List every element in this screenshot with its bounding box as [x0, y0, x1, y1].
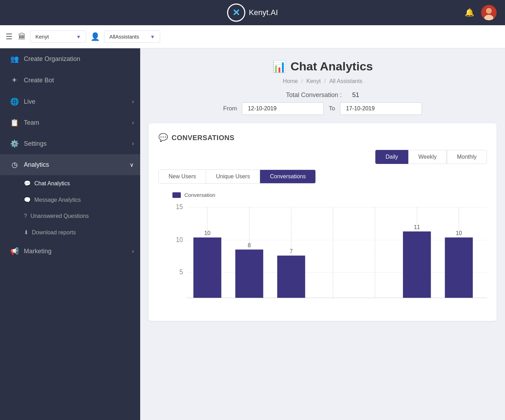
analytics-icon: ◷ [10, 160, 19, 169]
sidebar-label-create-org: Create Organization [24, 55, 80, 63]
date-range: From To [154, 102, 491, 115]
svg-text:8: 8 [248, 242, 251, 249]
org-dropdown[interactable]: Kenyt ▼ [30, 30, 86, 43]
marketing-chevron-icon: › [132, 248, 134, 254]
marketing-icon: 📢 [10, 247, 19, 255]
page-title: 📊 Chat Analytics [154, 60, 491, 73]
conversations-header: 💬 CONVERSATIONS [158, 133, 487, 142]
from-label: From [223, 105, 237, 112]
svg-rect-17 [277, 256, 305, 298]
breadcrumb-home[interactable]: Home [283, 78, 298, 84]
breadcrumb-org[interactable]: Kenyt [306, 78, 321, 84]
svg-text:15: 15 [176, 204, 183, 211]
sidebar-label-settings: Settings [24, 140, 47, 147]
download-icon: ⬇ [24, 229, 28, 236]
stats-row: Total Conversation : 51 [154, 91, 491, 99]
main-content: 📊 Chat Analytics Home / Kenyt / All Assi… [140, 48, 505, 420]
team-icon: 📋 [10, 118, 19, 127]
sidebar-label-message-analytics: Message Analytics [34, 197, 81, 203]
sidebar-item-chat-analytics[interactable]: 💬 Chat Analytics [20, 175, 140, 192]
legend-color-swatch [172, 192, 181, 198]
sidebar-item-create-org[interactable]: 👥 Create Organization [0, 48, 140, 69]
sidebar-item-unanswered[interactable]: ? Unanswered Questions [20, 208, 140, 224]
hamburger-icon[interactable]: ☰ [6, 32, 13, 41]
analytics-chevron-icon: ∨ [130, 161, 134, 168]
subheader: ☰ 🏛 Kenyt ▼ 👤 AllAssistants ▼ [0, 25, 505, 48]
sidebar-item-message-analytics[interactable]: 🗨️ Message Analytics [20, 192, 140, 208]
logo: ✕ Kenyt.AI [227, 4, 278, 22]
svg-rect-14 [235, 249, 263, 298]
filter-tabs: New Users Unique Users Conversations [158, 170, 316, 184]
breadcrumb: Home / Kenyt / All Assistants [154, 78, 491, 84]
sidebar-item-settings[interactable]: ⚙️ Settings › [0, 133, 140, 154]
period-daily-button[interactable]: Daily [375, 150, 408, 164]
svg-text:10: 10 [176, 236, 183, 243]
avatar[interactable] [481, 5, 497, 20]
period-weekly-button[interactable]: Weekly [408, 150, 447, 164]
date-to-input[interactable] [340, 102, 422, 115]
sidebar-label-live: Live [24, 98, 35, 105]
total-label: Total Conversation : [286, 91, 342, 99]
svg-rect-11 [193, 237, 221, 298]
assistant-dropdown[interactable]: AllAssistants ▼ [104, 30, 160, 43]
conversations-card: 💬 CONVERSATIONS Daily Weekly Monthly New… [149, 123, 497, 321]
notification-bell-icon[interactable]: 🔔 [465, 8, 474, 17]
sidebar-item-marketing[interactable]: 📢 Marketing › [0, 241, 140, 262]
assistant-dropdown-value: AllAssistants [109, 34, 139, 40]
sidebar-item-download-reports[interactable]: ⬇ Download reports [20, 224, 140, 241]
sidebar-label-unanswered: Unanswered Questions [30, 213, 89, 219]
sidebar-label-download-reports: Download reports [32, 229, 76, 236]
sidebar-item-team[interactable]: 📋 Team › [0, 112, 140, 133]
chart-legend: Conversation [172, 192, 487, 198]
date-from-input[interactable] [242, 102, 324, 115]
user-icon: 👤 [90, 32, 100, 41]
chat-analytics-icon: 💬 [24, 180, 31, 187]
organization-icon: 🏛 [18, 32, 26, 41]
conversations-header-icon: 💬 [158, 133, 168, 142]
live-chevron-icon: › [132, 98, 134, 105]
svg-text:11: 11 [414, 224, 420, 231]
topbar-right: 🔔 [465, 5, 497, 20]
topbar: ✕ Kenyt.AI 🔔 [0, 0, 505, 25]
message-analytics-icon: 🗨️ [24, 197, 31, 203]
create-bot-icon: + [10, 76, 19, 85]
org-dropdown-value: Kenyt [35, 34, 49, 40]
bar-chart: 15 10 5 10 8 7 [172, 204, 487, 302]
sidebar-label-analytics: Analytics [24, 161, 49, 168]
page-title-text: Chat Analytics [291, 60, 373, 73]
settings-icon: ⚙️ [10, 139, 19, 148]
sidebar-sub-analytics: 💬 Chat Analytics 🗨️ Message Analytics ? … [0, 175, 140, 241]
legend-label: Conversation [184, 192, 215, 198]
page-title-icon: 📊 [272, 60, 286, 73]
settings-chevron-icon: › [132, 140, 134, 147]
breadcrumb-sep1: / [301, 78, 303, 84]
logo-text: Kenyt.AI [249, 8, 278, 17]
chart-area: Conversation 15 10 5 10 [158, 192, 487, 311]
page-header: 📊 Chat Analytics Home / Kenyt / All Assi… [140, 48, 505, 123]
live-icon: 🌐 [10, 97, 19, 106]
period-monthly-button[interactable]: Monthly [447, 150, 487, 164]
filter-tab-unique-users[interactable]: Unique Users [206, 170, 260, 183]
svg-rect-25 [445, 237, 473, 298]
svg-text:5: 5 [179, 268, 183, 276]
unanswered-icon: ? [24, 213, 27, 219]
filter-tab-conversations[interactable]: Conversations [260, 170, 315, 183]
sidebar-item-analytics[interactable]: ◷ Analytics ∨ [0, 154, 140, 175]
total-value: 51 [352, 91, 359, 99]
svg-rect-22 [403, 232, 431, 298]
sidebar-item-create-bot[interactable]: + Create Bot [0, 69, 140, 91]
team-chevron-icon: › [132, 119, 134, 126]
sidebar-label-team: Team [24, 119, 39, 126]
sidebar-label-chat-analytics: Chat Analytics [34, 180, 70, 187]
sidebar: 👥 Create Organization + Create Bot 🌐 Liv… [0, 48, 140, 420]
breadcrumb-page[interactable]: All Assistants [329, 78, 362, 84]
conversations-title: CONVERSATIONS [172, 134, 234, 142]
sidebar-label-marketing: Marketing [24, 248, 52, 255]
sidebar-label-create-bot: Create Bot [24, 77, 54, 84]
sidebar-item-live[interactable]: 🌐 Live › [0, 91, 140, 112]
org-dropdown-arrow-icon: ▼ [76, 34, 81, 40]
filter-tab-new-users[interactable]: New Users [159, 170, 206, 183]
breadcrumb-sep2: / [324, 78, 326, 84]
svg-point-3 [486, 8, 492, 14]
create-org-icon: 👥 [10, 55, 19, 63]
